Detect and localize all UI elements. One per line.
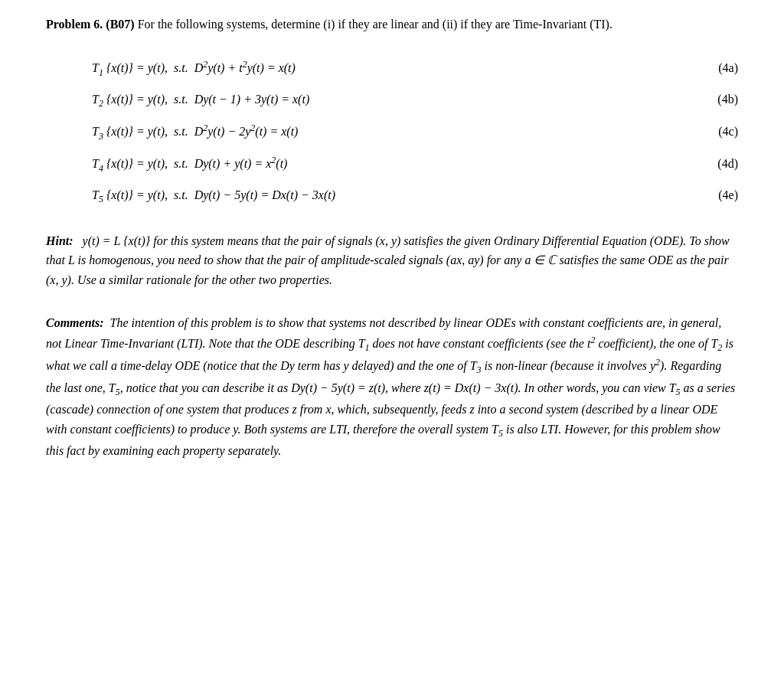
equation-4e-content: T5 {x(t)} = y(t), s.t. Dy(t) − 5y(t) = D… (92, 185, 703, 208)
comments-block: Comments: The intention of this problem … (46, 313, 738, 461)
comments-label: Comments: (46, 316, 104, 329)
equation-row-4e: T5 {x(t)} = y(t), s.t. Dy(t) − 5y(t) = D… (92, 185, 738, 208)
hint-label: Hint: (46, 234, 74, 247)
equation-4b-content: T2 {x(t)} = y(t), s.t. Dy(t − 1) + 3y(t)… (92, 89, 702, 113)
problem-description: For the following systems, determine (i)… (138, 18, 612, 31)
problem-container: Problem 6. (B07) For the following syste… (46, 15, 738, 461)
equation-row-4c: T3 {x(t)} = y(t), s.t. D2y(t) − 2y2(t) =… (92, 120, 738, 145)
problem-header: Problem 6. (B07) For the following syste… (46, 15, 738, 34)
equation-row-4a: T1 {x(t)} = y(t), s.t. D2y(t) + t2y(t) =… (92, 57, 738, 81)
equation-row-4d: T4 {x(t)} = y(t), s.t. Dy(t) + y(t) = x2… (92, 152, 738, 177)
comments-paragraph: Comments: The intention of this problem … (46, 313, 738, 461)
hint-block: Hint: y(t) = L {x(t)} for this system me… (46, 231, 738, 290)
comments-text: The intention of this problem is to show… (46, 316, 735, 457)
equation-number-4a: (4a) (718, 57, 738, 80)
hint-text: y(t) = L {x(t)} for this system means th… (46, 234, 730, 286)
equation-4a-content: T1 {x(t)} = y(t), s.t. D2y(t) + t2y(t) =… (92, 57, 703, 81)
problem-title: Problem 6. (B07) (46, 18, 135, 31)
equation-row-4b: T2 {x(t)} = y(t), s.t. Dy(t − 1) + 3y(t)… (92, 89, 738, 113)
equations-block: T1 {x(t)} = y(t), s.t. D2y(t) + t2y(t) =… (92, 57, 738, 208)
equation-4c-content: T3 {x(t)} = y(t), s.t. D2y(t) − 2y2(t) =… (92, 120, 703, 145)
equation-4d-content: T4 {x(t)} = y(t), s.t. Dy(t) + y(t) = x2… (92, 152, 702, 177)
equation-number-4b: (4b) (717, 89, 738, 111)
equation-number-4d: (4d) (717, 153, 738, 175)
equation-number-4e: (4e) (718, 185, 738, 207)
equation-number-4c: (4c) (718, 121, 738, 143)
